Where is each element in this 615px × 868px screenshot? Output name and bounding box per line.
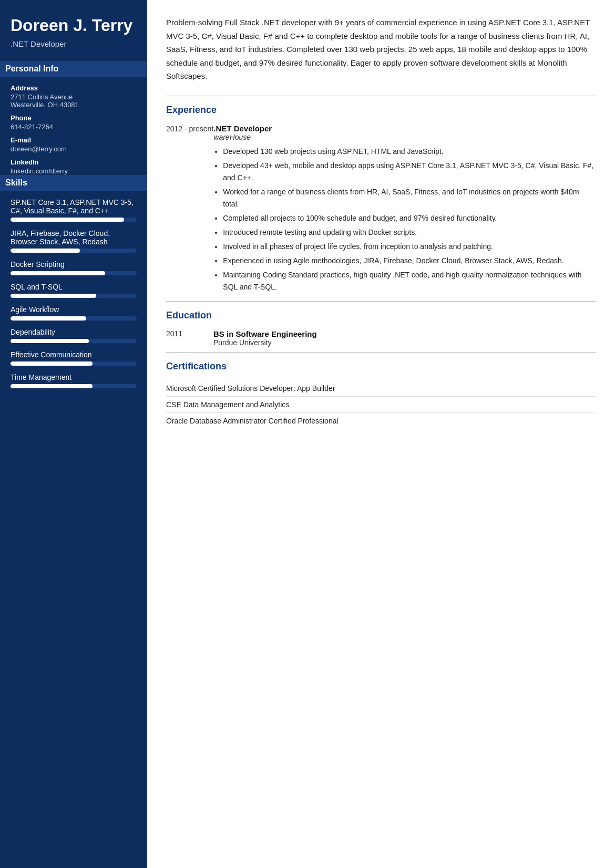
- certification-item: Oracle Database Administrator Certified …: [166, 413, 596, 429]
- skill-name: Dependability: [11, 328, 137, 336]
- skills-header: Skills: [0, 175, 147, 191]
- list-item: Worked for a range of business clients f…: [223, 186, 596, 210]
- candidate-title: .NET Developer: [11, 39, 137, 48]
- list-item: Completed all projects to 100% schedule …: [223, 212, 596, 224]
- skill-bar-fill: [11, 361, 93, 366]
- edu-degree: BS in Software Engineering: [213, 329, 317, 338]
- linkedin-label: LinkedIn: [11, 158, 137, 166]
- sidebar: Doreen J. Terry .NET Developer Personal …: [0, 0, 147, 868]
- skill-bar-fill: [11, 316, 86, 321]
- skill-name: Agile Workflow: [11, 305, 137, 314]
- skill-name: SQL and T-SQL: [11, 283, 137, 291]
- skill-item: Docker Scripting: [11, 260, 137, 275]
- list-item: Introduced remote testing and updating w…: [223, 226, 596, 239]
- resume-container: Doreen J. Terry .NET Developer Personal …: [0, 0, 615, 868]
- experience-container: 2012 - present.NET DeveloperwareHouseDev…: [166, 124, 596, 296]
- exp-details: .NET DeveloperwareHouseDeveloped 130 web…: [213, 124, 596, 296]
- certifications-divider: [166, 352, 596, 353]
- experience-header: Experience: [166, 105, 596, 116]
- skill-item: SQL and T-SQL: [11, 283, 137, 298]
- skill-name: SP.NET Core 3.1, ASP.NET MVC 3-5, C#, Vi…: [11, 198, 137, 215]
- edu-details: BS in Software EngineeringPurdue Univers…: [213, 329, 317, 347]
- skill-bar-bg: [11, 218, 137, 222]
- address-line2: Westerville, OH 43081: [11, 101, 137, 109]
- list-item: Maintaining Coding Standard practices, h…: [223, 269, 596, 293]
- address-line1: 2711 Collins Avenue: [11, 93, 137, 101]
- skills-section: SP.NET Core 3.1, ASP.NET MVC 3-5, C#, Vi…: [11, 198, 137, 388]
- education-divider: [166, 301, 596, 302]
- experience-block: 2012 - present.NET DeveloperwareHouseDev…: [166, 124, 596, 296]
- education-block: 2011BS in Software EngineeringPurdue Uni…: [166, 329, 596, 347]
- education-container: 2011BS in Software EngineeringPurdue Uni…: [166, 329, 596, 347]
- summary-text: Problem-solving Full Stack .NET develope…: [166, 16, 596, 83]
- edu-school: Purdue University: [213, 338, 317, 347]
- skill-item: Effective Communication: [11, 350, 137, 366]
- personal-info-header: Personal Info: [0, 61, 147, 77]
- certification-item: Microsoft Certified Solutions Developer:…: [166, 380, 596, 397]
- phone-value: 614-821-7264: [11, 123, 137, 131]
- list-item: Involved in all phases of project life c…: [223, 241, 596, 253]
- candidate-name: Doreen J. Terry: [11, 16, 137, 35]
- skill-bar-fill: [11, 294, 96, 298]
- skill-item: Dependability: [11, 328, 137, 343]
- experience-divider: [166, 96, 596, 96]
- skill-item: SP.NET Core 3.1, ASP.NET MVC 3-5, C#, Vi…: [11, 198, 137, 222]
- skill-bar-fill: [11, 218, 124, 222]
- phone-label: Phone: [11, 114, 137, 122]
- skill-bar-bg: [11, 316, 137, 321]
- linkedin-value: linkedin.com/dterry: [11, 167, 137, 175]
- list-item: Developed 43+ web, mobile and desktop ap…: [223, 160, 596, 184]
- exp-dates: 2012 - present: [166, 124, 213, 296]
- skill-bar-fill: [11, 339, 89, 343]
- skill-bar-bg: [11, 249, 137, 253]
- certifications-container: Microsoft Certified Solutions Developer:…: [166, 380, 596, 429]
- skill-name: JIRA, Firebase, Docker Cloud, Browser St…: [11, 229, 137, 246]
- skill-bar-bg: [11, 339, 137, 343]
- skill-bar-fill: [11, 384, 93, 388]
- exp-company: wareHouse: [213, 133, 596, 141]
- exp-bullets: Developed 130 web projects using ASP.NET…: [213, 146, 596, 294]
- skill-bar-bg: [11, 384, 137, 388]
- skill-item: JIRA, Firebase, Docker Cloud, Browser St…: [11, 229, 137, 253]
- address-label: Address: [11, 84, 137, 92]
- education-header: Education: [166, 310, 596, 321]
- skill-item: Agile Workflow: [11, 305, 137, 321]
- skill-bar-fill: [11, 271, 105, 275]
- main-content: Problem-solving Full Stack .NET develope…: [147, 0, 615, 868]
- certification-item: CSE Data Management and Analytics: [166, 397, 596, 413]
- list-item: Developed 130 web projects using ASP.NET…: [223, 146, 596, 158]
- certifications-header: Certifications: [166, 361, 596, 372]
- skill-name: Docker Scripting: [11, 260, 137, 268]
- list-item: Experienced in using Agile methodologies…: [223, 255, 596, 267]
- exp-job-title: .NET Developer: [213, 124, 596, 133]
- edu-year: 2011: [166, 329, 213, 347]
- skill-name: Time Management: [11, 373, 137, 381]
- email-label: E-mail: [11, 136, 137, 144]
- email-value: doreen@terry.com: [11, 145, 137, 153]
- skill-bar-bg: [11, 361, 137, 366]
- skill-bar-bg: [11, 294, 137, 298]
- skill-bar-fill: [11, 249, 80, 253]
- skill-bar-bg: [11, 271, 137, 275]
- skill-name: Effective Communication: [11, 350, 137, 359]
- skill-item: Time Management: [11, 373, 137, 388]
